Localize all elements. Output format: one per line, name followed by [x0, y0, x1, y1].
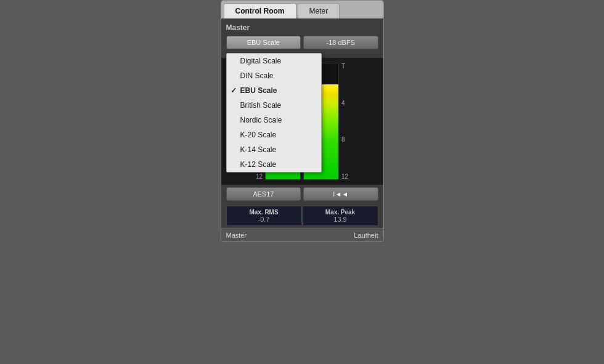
peak-value: 13.9	[307, 216, 374, 223]
dropdown-item-digital-scale[interactable]: Digital Scale	[227, 54, 321, 68]
dropdown-item-k14-scale[interactable]: K-14 Scale	[227, 142, 321, 157]
tab-meter[interactable]: Meter	[298, 3, 340, 18]
status-right: Lautheit	[302, 232, 378, 239]
scale-right-8: 8	[341, 136, 351, 143]
scale-right: T 4 8 12	[339, 63, 351, 180]
aes17-button[interactable]: AES17	[226, 187, 301, 201]
dropdown-item-k20-scale[interactable]: K-20 Scale	[227, 127, 321, 142]
scale-right-4: 4	[341, 100, 351, 107]
scale-dropdown: Digital Scale DIN Scale EBU Scale Britis…	[226, 53, 322, 172]
scale-right-t: T	[341, 63, 351, 70]
rms-peak-section: Max. RMS -0.7 Max. Peak 13.9	[221, 203, 383, 229]
scale-left-12: 12	[253, 173, 263, 180]
peak-label: Max. Peak	[307, 209, 374, 216]
dropdown-item-nordic-scale[interactable]: Nordic Scale	[227, 113, 321, 127]
status-bar: Master Lautheit	[221, 229, 383, 241]
tab-bar: Control Room Meter	[221, 1, 383, 18]
scale-right-12: 12	[341, 173, 351, 180]
scale-button[interactable]: EBU Scale	[226, 36, 301, 49]
status-left: Master	[226, 232, 303, 239]
bottom-buttons: AES17 I◄◄	[221, 185, 383, 203]
peak-box: Max. Peak 13.9	[303, 206, 378, 226]
button-row: EBU Scale -18 dBFS Digital Scale DIN Sca…	[226, 36, 378, 49]
dropdown-item-british-scale[interactable]: British Scale	[227, 98, 321, 113]
dropdown-item-k12-scale[interactable]: K-12 Scale	[227, 157, 321, 172]
rewind-button[interactable]: I◄◄	[303, 187, 378, 201]
rms-box: Max. RMS -0.7	[226, 206, 302, 226]
master-section: Master EBU Scale -18 dBFS Digital Scale …	[221, 18, 383, 58]
dropdown-item-din-scale[interactable]: DIN Scale	[227, 68, 321, 83]
level-button[interactable]: -18 dBFS	[303, 36, 378, 49]
app-window: Control Room Meter Master EBU Scale -18 …	[221, 0, 384, 242]
rms-value: -0.7	[231, 216, 298, 223]
rms-label: Max. RMS	[231, 209, 298, 216]
dropdown-item-ebu-scale[interactable]: EBU Scale	[227, 83, 321, 98]
master-label: Master	[226, 23, 378, 32]
tab-control-room[interactable]: Control Room	[224, 3, 296, 18]
